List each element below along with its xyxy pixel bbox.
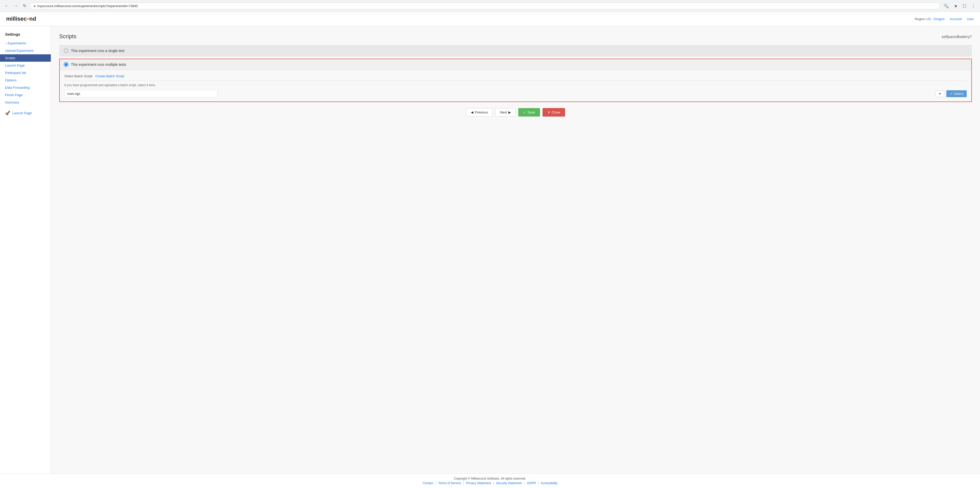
right-arrow-icon: ▶ — [508, 110, 511, 114]
region-label: Region — [915, 17, 925, 21]
select-button-label: Select — [954, 92, 963, 96]
back-chevron-icon: ‹ — [5, 42, 6, 45]
next-label: Next — [500, 110, 507, 114]
dropdown-button[interactable]: ▼ — [935, 90, 944, 97]
address-bar[interactable]: ● myaccount.millisecond.com/experiment/s… — [30, 3, 940, 10]
sidebar-item-launch-page[interactable]: Launch Page — [0, 62, 51, 69]
browser-chrome: ← → ↻ ● myaccount.millisecond.com/experi… — [0, 0, 980, 12]
header-nav: Region US · Oregon Account User — [915, 17, 974, 21]
sidebar-item-options[interactable]: Options — [0, 76, 51, 84]
footer-gdpr[interactable]: GDPR — [527, 482, 536, 485]
left-arrow-icon: ◀ — [471, 110, 473, 114]
option-multiple-header[interactable]: This experiment runs multiple tests — [60, 59, 971, 70]
sidebar-item-upload-experiment-label: Upload Experiment — [5, 49, 33, 52]
close-icon: ✕ — [547, 110, 550, 114]
sidebar-item-participant-ids-label: Participant Ids — [5, 71, 26, 75]
sidebar-item-scripts[interactable]: Scripts — [0, 54, 51, 62]
rocket-icon: 🚀 — [5, 111, 10, 116]
close-label: Close — [552, 110, 560, 114]
script-file-row: main.iqjs ▼ ✓ Select — [64, 90, 967, 97]
logo-text-before: millisec — [6, 16, 27, 22]
sidebar-item-scripts-label: Scripts — [5, 56, 15, 60]
copyright-text: Copyright © Millisecond Software. All ri… — [3, 477, 977, 480]
settings-label: Settings — [0, 30, 51, 40]
sidebar-item-experiments-label: Experiments — [8, 41, 26, 45]
sidebar-item-participant-ids[interactable]: Participant Ids — [0, 69, 51, 76]
sidebar-item-options-label: Options — [5, 78, 17, 82]
script-file-actions: ▼ ✓ Select — [935, 90, 967, 97]
search-button[interactable]: 🔍 — [942, 3, 950, 10]
script-file-name: main.iqjs — [64, 90, 218, 97]
sidebar-item-upload-experiment[interactable]: Upload Experiment — [0, 47, 51, 54]
sidebar-item-experiments[interactable]: ‹ Experiments — [0, 40, 51, 47]
radio-single[interactable] — [64, 48, 68, 53]
sidebar-item-finish-page[interactable]: Finish Page — [0, 91, 51, 99]
hint-text: If you have programmed and uploaded a ba… — [64, 83, 967, 87]
sidebar-item-launch-page-label: Launch Page — [5, 63, 25, 67]
sidebar: Settings ‹ Experiments Upload Experiment… — [0, 26, 51, 474]
logo-dot — [27, 18, 29, 20]
logo-text-after: nd — [29, 16, 36, 22]
footer-privacy[interactable]: Privacy Statement — [466, 482, 491, 485]
check-icon: ✓ — [523, 110, 526, 114]
address-icon: ● — [34, 4, 36, 8]
panel-body: Select Batch Script Create Batch Script … — [60, 70, 971, 101]
create-batch-link[interactable]: Create Batch Script — [95, 74, 124, 78]
option-single-test-row[interactable]: This experiment runs a single test — [59, 45, 972, 57]
selected-panel-multiple: This experiment runs multiple tests Sele… — [59, 59, 972, 102]
save-button[interactable]: ✓ Save — [518, 108, 540, 117]
user-link[interactable]: User — [967, 17, 974, 21]
app-body: Settings ‹ Experiments Upload Experiment… — [0, 26, 980, 474]
option-multiple-label: This experiment runs multiple tests — [71, 62, 126, 67]
footer-security[interactable]: Security Statement — [496, 482, 522, 485]
sidebar-item-finish-page-label: Finish Page — [5, 93, 23, 97]
footer-contact[interactable]: Contact — [423, 482, 433, 485]
logo: millisecnd — [6, 16, 36, 22]
region-selector[interactable]: Region US · Oregon — [915, 17, 945, 21]
radio-multiple[interactable] — [64, 62, 68, 67]
sidebar-item-summary-label: Summary — [5, 100, 19, 104]
next-button[interactable]: Next ▶ — [495, 108, 516, 117]
account-link[interactable]: Account — [950, 17, 962, 21]
url-text: myaccount.millisecond.com/experiment/scr… — [37, 4, 936, 8]
footer-terms[interactable]: Terms of Service — [438, 482, 461, 485]
refresh-button[interactable]: ↻ — [21, 3, 28, 9]
option-single-label: This experiment runs a single test — [71, 49, 124, 53]
batch-script-label: Select Batch Script — [64, 74, 92, 78]
previous-button[interactable]: ◀ Previous — [466, 108, 493, 117]
extension-button[interactable]: ☐ — [961, 3, 968, 10]
app-header: millisecnd Region US · Oregon Account Us… — [0, 12, 980, 26]
sidebar-item-summary[interactable]: Summary — [0, 99, 51, 106]
footer-links: Contact | Terms of Service | Privacy Sta… — [3, 482, 977, 485]
back-button[interactable]: ← — [3, 3, 10, 9]
save-label: Save — [528, 110, 535, 114]
select-button[interactable]: ✓ Select — [946, 90, 967, 97]
sidebar-launch-page[interactable]: 🚀 Launch Page — [0, 108, 51, 118]
app-footer: Copyright © Millisecond Software. All ri… — [0, 474, 980, 488]
checkmark-icon: ✓ — [950, 92, 953, 96]
sidebar-item-data-forwarding-label: Data Forwarding — [5, 86, 30, 89]
batch-script-row: Select Batch Script Create Batch Script — [64, 74, 967, 81]
bookmark-button[interactable]: ★ — [953, 3, 959, 10]
bottom-bar: ◀ Previous Next ▶ ✓ Save ✕ Close — [59, 108, 972, 117]
footer-accessibility[interactable]: Accessibility — [541, 482, 557, 485]
close-button[interactable]: ✕ Close — [542, 108, 565, 117]
sidebar-launch-label: Launch Page — [12, 111, 32, 115]
main-content: Scripts selfpacedbattery7 This experimen… — [51, 26, 980, 474]
region-value[interactable]: US · Oregon — [926, 17, 945, 21]
previous-label: Previous — [475, 110, 488, 114]
experiment-name: selfpacedbattery7 — [942, 35, 972, 39]
menu-button[interactable]: ⋮ — [970, 3, 977, 10]
sidebar-item-data-forwarding[interactable]: Data Forwarding — [0, 84, 51, 91]
page-header: Scripts selfpacedbattery7 — [59, 33, 972, 40]
forward-button[interactable]: → — [12, 3, 19, 9]
page-title: Scripts — [59, 33, 76, 40]
